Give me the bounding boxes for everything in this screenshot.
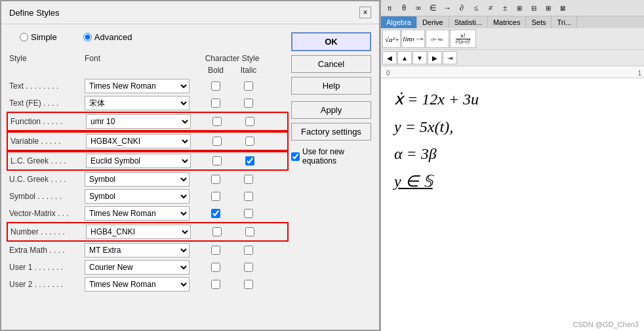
vectormatrix-italic-check[interactable] [244, 209, 253, 218]
tab-tri[interactable]: Tri... [552, 16, 577, 28]
arrow-btn[interactable]: → [440, 1, 454, 15]
tab-matrices[interactable]: Matrices [488, 16, 527, 28]
define-styles-dialog: Define Styles × Simple Advanced Style Fo… [0, 0, 380, 331]
user1-font-select[interactable]: Courier New [85, 260, 190, 275]
symbol-italic-check[interactable] [244, 192, 253, 201]
ucgreek-italic-check[interactable] [244, 175, 253, 184]
inf-btn[interactable]: ∞ [411, 1, 426, 15]
vectormatrix-bold-check[interactable] [211, 209, 220, 218]
simple-radio-label[interactable]: Simple [20, 32, 57, 42]
leq-btn[interactable]: ≤ [469, 1, 483, 15]
table-row-extramath: Extra Math . . . . MT Extra [7, 242, 289, 259]
mode-radio-row: Simple Advanced [7, 30, 289, 45]
extra1-btn[interactable]: ⊞ [512, 1, 527, 15]
symbol-bold-check[interactable] [211, 192, 220, 201]
col-italic-header: Italic [232, 66, 265, 75]
tab-derive[interactable]: Derive [417, 16, 449, 28]
frac-template-btn[interactable]: n! r!(n-r)! [450, 30, 476, 48]
variable-bold-check[interactable] [212, 137, 222, 146]
table-row: Text . . . . . . . . Times New Roman [7, 77, 289, 95]
number-font-select[interactable]: HGB4_CNKI [86, 225, 191, 239]
theta-btn[interactable]: θ [397, 1, 411, 15]
text-font-select[interactable]: Times New Roman [85, 79, 190, 93]
nav-toolbar: ◀ ▲ ▼ ▶ ⇥ [381, 50, 644, 66]
function-bold-check[interactable] [212, 117, 222, 126]
lcgreek-font-select[interactable]: Euclid Symbol [86, 154, 191, 168]
tab-sets[interactable]: Sets [526, 16, 552, 28]
advanced-radio[interactable] [83, 33, 92, 41]
extramath-bold-cell [199, 246, 232, 255]
table-row: Text (FE) . . . . 宋体 [7, 95, 289, 112]
cancel-button[interactable]: Cancel [291, 55, 371, 73]
function-italic-check[interactable] [245, 117, 254, 126]
style-label: Variable . . . . . [10, 137, 86, 146]
extramath-bold-check[interactable] [211, 246, 220, 255]
right-buttons: OK Cancel Help Apply Factory settings Us… [289, 30, 374, 324]
symbol-font-select[interactable]: Symbol [85, 189, 190, 204]
style-table: Text . . . . . . . . Times New Roman Tex… [7, 77, 289, 324]
use-for-new-check[interactable] [291, 152, 300, 161]
nav-left-btn[interactable]: ◀ [382, 51, 397, 64]
text-bold-check[interactable] [211, 81, 220, 91]
table-row-symbol: Symbol . . . . . . Symbol [7, 188, 289, 205]
textfe-italic-check[interactable] [244, 99, 253, 108]
sqrt-template-btn[interactable]: √a²+b² [382, 30, 401, 48]
extramath-font-select[interactable]: MT Extra [85, 243, 190, 257]
pi-btn[interactable]: π [382, 1, 397, 15]
nav-right-btn[interactable]: ▶ [428, 51, 442, 64]
close-button[interactable]: × [359, 7, 371, 18]
math-content-area[interactable]: ẋ = 12x + 3u y = 5x(t), α = 3β y ∈ 𝕊 CSD… [381, 78, 644, 331]
lcgreek-italic-check[interactable] [245, 156, 254, 166]
textfe-font-select[interactable]: 宋体 [85, 96, 190, 110]
ucgreek-font-select[interactable]: Symbol [85, 172, 190, 187]
nav-down-btn[interactable]: ▼ [413, 51, 427, 64]
extra3-btn[interactable]: ⊞ [541, 1, 555, 15]
partial-btn[interactable]: ∂ [454, 1, 469, 15]
user2-bold-check[interactable] [211, 280, 220, 289]
user2-italic-check[interactable] [244, 280, 253, 289]
user1-italic-cell [232, 263, 265, 272]
function-font-select[interactable]: umr 10 [86, 114, 191, 129]
style-label: U.C. Greek . . . . [9, 175, 85, 184]
number-italic-check[interactable] [245, 227, 254, 236]
number-bold-cell [201, 227, 233, 236]
user1-italic-check[interactable] [244, 263, 253, 272]
user2-font-select[interactable]: Times New Roman [85, 277, 190, 292]
tab-algebra[interactable]: Algebra [381, 16, 417, 28]
use-for-new-label[interactable]: Use for new equations [291, 147, 371, 166]
extra4-btn[interactable]: ⊠ [555, 1, 570, 15]
lcgreek-bold-check[interactable] [212, 156, 222, 166]
in-btn[interactable]: ∈ [426, 1, 440, 15]
neq-btn[interactable]: ≠ [483, 1, 498, 15]
sqrt2-template-btn[interactable]: √b³−4ac [426, 30, 449, 48]
simple-radio[interactable] [20, 33, 28, 41]
variable-bold-cell [201, 137, 233, 146]
factory-settings-button[interactable]: Factory settings [291, 123, 371, 141]
user1-bold-check[interactable] [211, 263, 220, 272]
nav-up-btn[interactable]: ▲ [397, 51, 412, 64]
extramath-italic-cell [232, 246, 265, 255]
math-template-toolbar: √a²+b² limx→∞ √b³−4ac n! r!(n-r)! [381, 28, 644, 50]
variable-italic-check[interactable] [245, 137, 254, 146]
number-bold-check[interactable] [212, 227, 222, 236]
style-label: Symbol . . . . . . [9, 192, 85, 201]
ucgreek-bold-check[interactable] [211, 175, 220, 184]
text-italic-check[interactable] [244, 81, 253, 91]
textfe-bold-check[interactable] [211, 99, 220, 108]
apply-button[interactable]: Apply [291, 101, 371, 119]
user2-italic-cell [232, 280, 265, 289]
table-row-lcgreek: L.C. Greek . . . . Euclid Symbol [7, 151, 289, 171]
lim-template-btn[interactable]: limx→∞ [401, 30, 425, 48]
help-button[interactable]: Help [291, 77, 371, 95]
vectormatrix-italic-cell [232, 209, 265, 218]
advanced-radio-label[interactable]: Advanced [83, 32, 132, 42]
variable-font-select[interactable]: HGB4X_CNKI [86, 134, 191, 148]
extramath-italic-check[interactable] [244, 246, 253, 255]
extra2-btn[interactable]: ⊟ [527, 1, 541, 15]
nav-tab-btn[interactable]: ⇥ [443, 51, 457, 64]
vectormatrix-font-select[interactable]: Times New Roman [85, 206, 190, 221]
tab-statisti[interactable]: Statisti... [449, 16, 488, 28]
plusminus-btn[interactable]: ± [498, 1, 512, 15]
equation-4: y ∈ 𝕊 [394, 171, 631, 193]
ok-button[interactable]: OK [291, 32, 371, 51]
